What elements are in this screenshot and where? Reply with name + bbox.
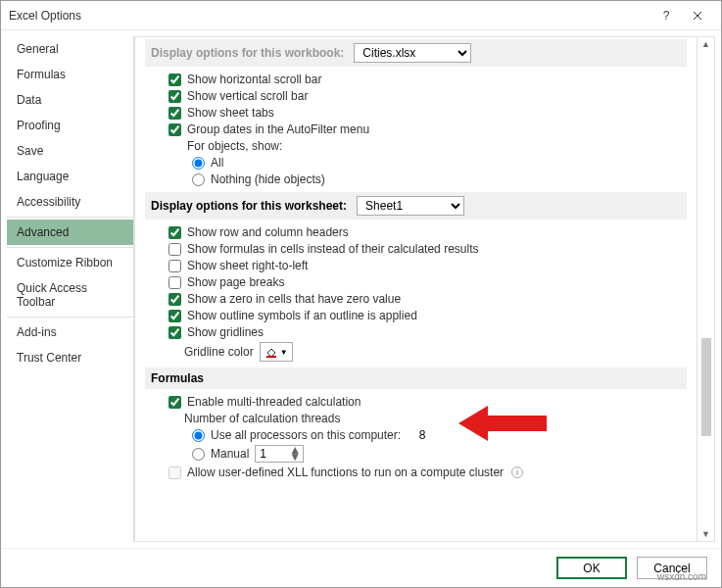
sidebar-item-advanced[interactable]: Advanced	[7, 220, 133, 245]
section-label: Display options for this worksheet:	[151, 199, 347, 213]
radio[interactable]	[192, 157, 205, 170]
checkbox[interactable]	[168, 243, 181, 256]
gridline-color-label: Gridline color	[184, 345, 254, 359]
threads-label: Number of calculation threads	[184, 412, 687, 425]
for-objects-label: For objects, show:	[168, 139, 687, 153]
opt-formulas-in-cells[interactable]: Show formulas in cells instead of their …	[168, 242, 687, 256]
radio[interactable]	[192, 173, 205, 186]
checkbox[interactable]	[168, 293, 181, 306]
dialog-footer: OK Cancel	[1, 548, 721, 587]
sidebar-item-save[interactable]: Save	[7, 138, 133, 164]
section-workbook-display: Display options for this workbook: Citie…	[145, 39, 687, 67]
checkbox[interactable]	[168, 260, 181, 272]
scroll-thumb[interactable]	[701, 338, 711, 436]
section-label: Display options for this workbook:	[151, 46, 344, 60]
ok-button[interactable]: OK	[556, 557, 627, 579]
sidebar-item-customize-ribbon[interactable]: Customize Ribbon	[7, 250, 133, 275]
sidebar-item-trust-center[interactable]: Trust Center	[7, 345, 133, 370]
sidebar: General Formulas Data Proofing Save Lang…	[7, 36, 134, 542]
processor-count: 8	[419, 428, 426, 442]
checkbox[interactable]	[168, 107, 181, 120]
spinner-input[interactable]	[256, 446, 287, 462]
opt-zero[interactable]: Show a zero in cells that have zero valu…	[168, 292, 687, 306]
opt-pagebreaks[interactable]: Show page breaks	[168, 275, 687, 289]
dialog-body: General Formulas Data Proofing Save Lang…	[1, 30, 721, 548]
sidebar-item-proofing[interactable]: Proofing	[7, 113, 133, 138]
checkbox[interactable]	[168, 276, 181, 289]
opt-rtl[interactable]: Show sheet right-to-left	[168, 259, 687, 272]
opt-groupdates[interactable]: Group dates in the AutoFilter menu	[168, 122, 687, 136]
opt-multithread[interactable]: Enable multi-threaded calculation	[168, 395, 687, 409]
checkbox[interactable]	[168, 123, 181, 136]
sidebar-item-accessibility[interactable]: Accessibility	[7, 189, 133, 215]
main-area: Display options for this workbook: Citie…	[134, 36, 715, 542]
sidebar-separator	[7, 217, 133, 218]
opt-gridlines[interactable]: Show gridlines	[168, 325, 687, 339]
close-button[interactable]	[682, 4, 713, 27]
titlebar: Excel Options ?	[1, 1, 721, 30]
sidebar-separator	[7, 247, 133, 248]
opt-allproc[interactable]: Use all processors on this computer: 8	[192, 428, 687, 442]
opt-xll: Allow user-defined XLL functions to run …	[168, 466, 687, 479]
manual-thread-spinner[interactable]: ▲▼	[255, 445, 304, 463]
sidebar-item-data[interactable]: Data	[7, 87, 133, 113]
gridline-color-row: Gridline color ▼	[184, 342, 687, 362]
radio[interactable]	[192, 429, 205, 442]
opt-manual[interactable]: Manual ▲▼	[192, 445, 687, 463]
sidebar-item-formulas[interactable]: Formulas	[7, 62, 133, 87]
worksheet-select[interactable]: Sheet1	[357, 196, 464, 216]
watermark: wsxdn.com	[657, 571, 706, 582]
vertical-scrollbar[interactable]: ▲ ▼	[698, 36, 715, 542]
dialog: Excel Options ? General Formulas Data Pr…	[0, 0, 722, 588]
spinner-arrows[interactable]: ▲▼	[287, 447, 303, 461]
sidebar-item-language[interactable]: Language	[7, 164, 133, 189]
paint-bucket-icon	[265, 345, 278, 359]
dialog-title: Excel Options	[9, 9, 650, 23]
checkbox[interactable]	[168, 90, 181, 103]
section-label: Formulas	[151, 371, 204, 385]
opt-tabs[interactable]: Show sheet tabs	[168, 106, 687, 120]
gridline-color-picker[interactable]: ▼	[260, 342, 293, 362]
opt-headers[interactable]: Show row and column headers	[168, 225, 687, 239]
radio[interactable]	[192, 448, 205, 461]
opt-outline[interactable]: Show outline symbols if an outline is ap…	[168, 309, 687, 322]
opt-hscroll[interactable]: Show horizontal scroll bar	[168, 73, 687, 86]
sidebar-item-qat[interactable]: Quick Access Toolbar	[7, 275, 133, 315]
opt-vscroll[interactable]: Show vertical scroll bar	[168, 89, 687, 103]
checkbox[interactable]	[168, 74, 181, 86]
checkbox[interactable]	[168, 226, 181, 239]
scroll-down-icon[interactable]: ▼	[701, 529, 710, 539]
checkbox[interactable]	[168, 326, 181, 339]
section-worksheet-display: Display options for this worksheet: Shee…	[145, 192, 687, 220]
sidebar-item-addins[interactable]: Add-ins	[7, 319, 133, 345]
scroll-up-icon[interactable]: ▲	[701, 39, 710, 49]
opt-nothing[interactable]: Nothing (hide objects)	[192, 172, 687, 186]
help-button[interactable]: ?	[650, 4, 682, 27]
info-icon[interactable]: i	[511, 466, 523, 478]
section-formulas: Formulas	[145, 368, 687, 389]
chevron-down-icon: ▼	[280, 348, 288, 357]
sidebar-item-general[interactable]: General	[7, 36, 133, 62]
checkbox[interactable]	[168, 310, 181, 322]
workbook-select[interactable]: Cities.xlsx	[354, 43, 471, 63]
sidebar-separator	[7, 317, 133, 318]
checkbox	[168, 466, 181, 479]
content-panel: Display options for this workbook: Citie…	[134, 36, 698, 542]
opt-all[interactable]: All	[192, 156, 687, 170]
checkbox[interactable]	[168, 396, 181, 409]
svg-rect-0	[266, 356, 276, 358]
